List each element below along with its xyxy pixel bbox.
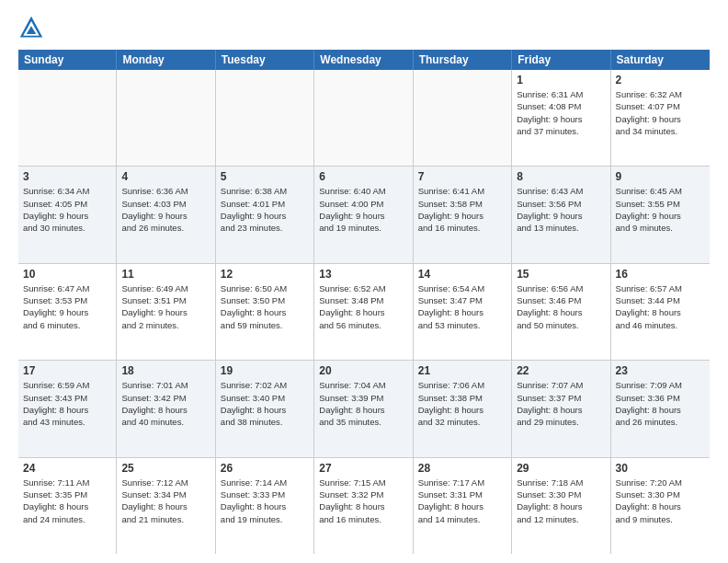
day-cell-13: 13Sunrise: 6:52 AMSunset: 3:48 PMDayligh… <box>314 264 413 360</box>
header-day-monday: Monday <box>117 50 215 70</box>
day-number: 7 <box>418 170 506 183</box>
day-cell-22: 22Sunrise: 7:07 AMSunset: 3:37 PMDayligh… <box>512 361 610 456</box>
day-cell-28: 28Sunrise: 7:17 AMSunset: 3:31 PMDayligh… <box>414 458 512 554</box>
day-number: 5 <box>221 170 309 183</box>
day-cell-8: 8Sunrise: 6:43 AMSunset: 3:56 PMDaylight… <box>512 167 610 262</box>
day-cell-14: 14Sunrise: 6:54 AMSunset: 3:47 PMDayligh… <box>414 264 512 360</box>
day-info: Sunrise: 6:40 AMSunset: 4:00 PMDaylight:… <box>319 185 407 234</box>
day-info: Sunrise: 7:17 AMSunset: 3:31 PMDaylight:… <box>418 477 506 525</box>
day-info: Sunrise: 6:47 AMSunset: 3:53 PMDaylight:… <box>23 282 111 331</box>
day-info: Sunrise: 6:43 AMSunset: 3:56 PMDaylight:… <box>517 185 605 234</box>
day-number: 1 <box>517 74 605 86</box>
calendar-body: 1Sunrise: 6:31 AMSunset: 4:08 PMDaylight… <box>18 70 710 554</box>
empty-cell <box>314 70 413 166</box>
day-info: Sunrise: 7:07 AMSunset: 3:37 PMDaylight:… <box>517 379 605 428</box>
day-info: Sunrise: 6:50 AMSunset: 3:50 PMDaylight:… <box>221 282 309 331</box>
day-info: Sunrise: 7:15 AMSunset: 3:32 PMDaylight:… <box>319 477 407 525</box>
day-number: 21 <box>418 364 506 377</box>
day-number: 10 <box>23 268 111 281</box>
logo <box>18 15 48 40</box>
day-info: Sunrise: 7:18 AMSunset: 3:30 PMDaylight:… <box>517 477 605 525</box>
day-cell-19: 19Sunrise: 7:02 AMSunset: 3:40 PMDayligh… <box>216 361 314 456</box>
day-cell-1: 1Sunrise: 6:31 AMSunset: 4:08 PMDaylight… <box>512 70 610 166</box>
day-cell-20: 20Sunrise: 7:04 AMSunset: 3:39 PMDayligh… <box>314 361 413 456</box>
day-info: Sunrise: 6:54 AMSunset: 3:47 PMDaylight:… <box>418 282 506 331</box>
day-number: 3 <box>23 170 111 183</box>
calendar-header: SundayMondayTuesdayWednesdayThursdayFrid… <box>18 50 710 70</box>
day-cell-23: 23Sunrise: 7:09 AMSunset: 3:36 PMDayligh… <box>611 361 710 456</box>
day-cell-9: 9Sunrise: 6:45 AMSunset: 3:55 PMDaylight… <box>611 167 710 262</box>
day-info: Sunrise: 6:57 AMSunset: 3:44 PMDaylight:… <box>616 282 705 331</box>
day-number: 11 <box>121 268 210 281</box>
day-number: 8 <box>517 170 605 183</box>
header <box>18 15 710 40</box>
day-number: 9 <box>616 170 705 183</box>
day-info: Sunrise: 7:14 AMSunset: 3:33 PMDaylight:… <box>221 477 309 525</box>
day-info: Sunrise: 7:09 AMSunset: 3:36 PMDaylight:… <box>616 379 705 428</box>
day-number: 22 <box>517 364 605 377</box>
day-info: Sunrise: 6:45 AMSunset: 3:55 PMDaylight:… <box>616 185 705 234</box>
page: SundayMondayTuesdayWednesdayThursdayFrid… <box>0 0 728 563</box>
day-number: 28 <box>418 462 506 475</box>
empty-cell <box>18 70 117 166</box>
day-info: Sunrise: 7:04 AMSunset: 3:39 PMDaylight:… <box>319 379 407 428</box>
day-info: Sunrise: 7:02 AMSunset: 3:40 PMDaylight:… <box>221 379 309 428</box>
day-info: Sunrise: 6:59 AMSunset: 3:43 PMDaylight:… <box>23 379 111 428</box>
day-info: Sunrise: 6:34 AMSunset: 4:05 PMDaylight:… <box>23 185 111 234</box>
day-info: Sunrise: 7:06 AMSunset: 3:38 PMDaylight:… <box>418 379 506 428</box>
day-info: Sunrise: 6:32 AMSunset: 4:07 PMDaylight:… <box>616 88 705 137</box>
day-number: 26 <box>221 462 309 475</box>
day-number: 16 <box>616 268 705 281</box>
day-cell-6: 6Sunrise: 6:40 AMSunset: 4:00 PMDaylight… <box>314 167 413 262</box>
day-number: 30 <box>616 462 705 475</box>
day-cell-2: 2Sunrise: 6:32 AMSunset: 4:07 PMDaylight… <box>611 70 710 166</box>
header-day-friday: Friday <box>512 50 610 70</box>
day-cell-24: 24Sunrise: 7:11 AMSunset: 3:35 PMDayligh… <box>18 458 117 554</box>
calendar-week-2: 3Sunrise: 6:34 AMSunset: 4:05 PMDaylight… <box>18 167 710 263</box>
day-cell-5: 5Sunrise: 6:38 AMSunset: 4:01 PMDaylight… <box>216 167 314 262</box>
header-day-wednesday: Wednesday <box>314 50 413 70</box>
header-day-sunday: Sunday <box>18 50 117 70</box>
day-number: 14 <box>418 268 506 281</box>
day-cell-25: 25Sunrise: 7:12 AMSunset: 3:34 PMDayligh… <box>117 458 215 554</box>
day-number: 6 <box>319 170 407 183</box>
day-number: 17 <box>23 364 111 377</box>
day-number: 13 <box>319 268 407 281</box>
day-cell-26: 26Sunrise: 7:14 AMSunset: 3:33 PMDayligh… <box>216 458 314 554</box>
calendar-week-3: 10Sunrise: 6:47 AMSunset: 3:53 PMDayligh… <box>18 264 710 361</box>
empty-cell <box>414 70 512 166</box>
calendar-week-5: 24Sunrise: 7:11 AMSunset: 3:35 PMDayligh… <box>18 458 710 554</box>
day-number: 27 <box>319 462 407 475</box>
day-info: Sunrise: 7:12 AMSunset: 3:34 PMDaylight:… <box>121 477 210 525</box>
day-number: 12 <box>221 268 309 281</box>
day-cell-3: 3Sunrise: 6:34 AMSunset: 4:05 PMDaylight… <box>18 167 117 262</box>
day-cell-7: 7Sunrise: 6:41 AMSunset: 3:58 PMDaylight… <box>414 167 512 262</box>
day-cell-12: 12Sunrise: 6:50 AMSunset: 3:50 PMDayligh… <box>216 264 314 360</box>
day-cell-21: 21Sunrise: 7:06 AMSunset: 3:38 PMDayligh… <box>414 361 512 456</box>
day-number: 15 <box>517 268 605 281</box>
day-info: Sunrise: 6:31 AMSunset: 4:08 PMDaylight:… <box>517 88 605 137</box>
logo-icon <box>18 15 44 40</box>
day-cell-30: 30Sunrise: 7:20 AMSunset: 3:30 PMDayligh… <box>611 458 710 554</box>
day-cell-29: 29Sunrise: 7:18 AMSunset: 3:30 PMDayligh… <box>512 458 610 554</box>
calendar-week-4: 17Sunrise: 6:59 AMSunset: 3:43 PMDayligh… <box>18 361 710 457</box>
day-number: 24 <box>23 462 111 475</box>
day-number: 29 <box>517 462 605 475</box>
day-number: 2 <box>616 74 705 86</box>
day-cell-11: 11Sunrise: 6:49 AMSunset: 3:51 PMDayligh… <box>117 264 215 360</box>
day-info: Sunrise: 6:49 AMSunset: 3:51 PMDaylight:… <box>121 282 210 331</box>
header-day-thursday: Thursday <box>414 50 512 70</box>
day-info: Sunrise: 6:36 AMSunset: 4:03 PMDaylight:… <box>121 185 210 234</box>
day-info: Sunrise: 7:01 AMSunset: 3:42 PMDaylight:… <box>121 379 210 428</box>
day-number: 18 <box>121 364 210 377</box>
empty-cell <box>117 70 215 166</box>
day-info: Sunrise: 7:11 AMSunset: 3:35 PMDaylight:… <box>23 477 111 525</box>
day-number: 20 <box>319 364 407 377</box>
calendar-week-1: 1Sunrise: 6:31 AMSunset: 4:08 PMDaylight… <box>18 70 710 167</box>
header-day-tuesday: Tuesday <box>216 50 314 70</box>
day-info: Sunrise: 6:38 AMSunset: 4:01 PMDaylight:… <box>221 185 309 234</box>
header-day-saturday: Saturday <box>611 50 710 70</box>
day-cell-15: 15Sunrise: 6:56 AMSunset: 3:46 PMDayligh… <box>512 264 610 360</box>
calendar: SundayMondayTuesdayWednesdayThursdayFrid… <box>18 50 710 554</box>
day-cell-18: 18Sunrise: 7:01 AMSunset: 3:42 PMDayligh… <box>117 361 215 456</box>
